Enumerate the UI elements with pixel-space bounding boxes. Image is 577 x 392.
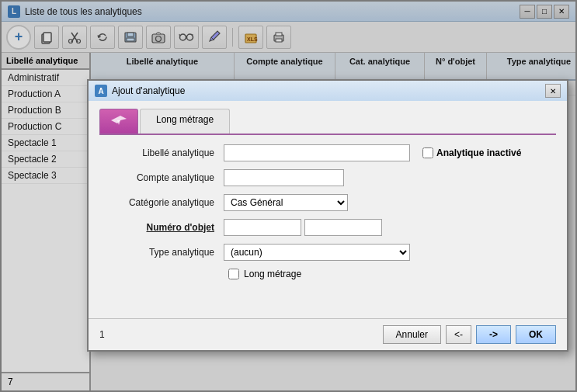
longmetrage-row: Long métrage [99, 269, 556, 279]
modal-tabs: Long métrage [99, 109, 556, 135]
annuler-button[interactable]: Annuler [383, 325, 441, 344]
ok-button[interactable]: OK [516, 325, 556, 344]
categorie-label: Catégorie analytique [99, 197, 224, 208]
footer-counter: 1 [99, 329, 105, 340]
longmetrage-checkbox[interactable] [228, 269, 239, 279]
categorie-row: Catégorie analytique Cas Général Option … [99, 194, 556, 211]
modal-spacer [89, 287, 567, 318]
numero-row: Numéro d'objet [99, 219, 556, 236]
prev-button[interactable]: <- [446, 325, 471, 344]
type-label: Type analytique [99, 247, 224, 258]
categorie-select[interactable]: Cas Général Option 2 Option 3 [224, 194, 348, 211]
tab-general[interactable] [99, 109, 138, 134]
modal-close-button[interactable]: ✕ [545, 84, 561, 98]
inactive-checkbox[interactable] [422, 147, 433, 158]
modal-overlay: A Ajout d'analytique ✕ [2, 2, 575, 390]
form: Libellé analytique Analytique inactivé C… [99, 144, 556, 279]
compte-row: Compte analytique [99, 169, 556, 186]
modal-title-left: A Ajout d'analytique [95, 85, 185, 97]
libelle-row: Libellé analytique Analytique inactivé [99, 144, 556, 161]
modal-title: Ajout d'analytique [112, 85, 185, 96]
modal-body: Long métrage Libellé analytique Analytiq… [89, 101, 567, 287]
modal-title-bar: A Ajout d'analytique ✕ [89, 81, 567, 101]
numero-input2[interactable] [304, 219, 382, 236]
footer-buttons: Annuler <- -> OK [383, 325, 556, 344]
libelle-input[interactable] [224, 144, 410, 161]
inactive-checkbox-row: Analytique inactivé [422, 147, 521, 158]
tab-longmetrage[interactable]: Long métrage [140, 109, 230, 134]
inactive-label: Analytique inactivé [436, 147, 521, 158]
compte-input[interactable] [224, 169, 344, 186]
type-select[interactable]: (aucun) Administration Production [224, 244, 410, 261]
libelle-label: Libellé analytique [99, 147, 224, 158]
modal-window: A Ajout d'analytique ✕ [87, 79, 568, 352]
modal-icon: A [95, 85, 107, 97]
main-window: L Liste de tous les analytiques ─ □ ✕ + [0, 0, 577, 392]
modal-footer: 1 Annuler <- -> OK [89, 318, 567, 350]
longmetrage-label: Long métrage [244, 269, 301, 279]
numero-label: Numéro d'objet [99, 222, 224, 233]
compte-label: Compte analytique [99, 172, 224, 183]
numero-inputs [224, 219, 382, 236]
numero-input1[interactable] [224, 219, 301, 236]
type-row: Type analytique (aucun) Administration P… [99, 244, 556, 261]
next-button[interactable]: -> [476, 325, 511, 344]
